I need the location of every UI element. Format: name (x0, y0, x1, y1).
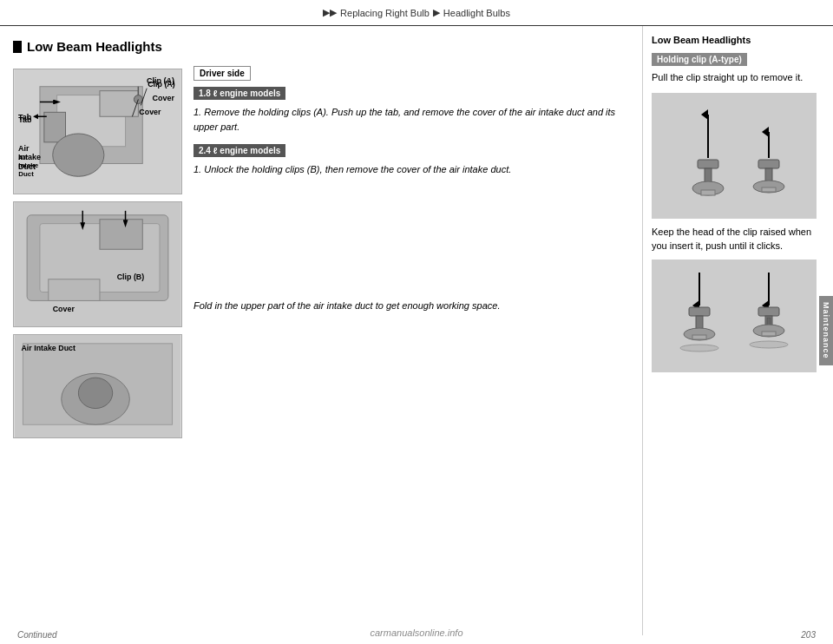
clip-pull-description: Pull the clip straight up to remove it. (652, 71, 824, 84)
svg-rect-42 (758, 160, 779, 168)
tab-label: Tab (18, 113, 31, 122)
page-header: ▶▶ Replacing Right Bulb ▶ Headlight Bulb… (0, 0, 833, 26)
svg-rect-4 (100, 91, 138, 117)
svg-rect-48 (689, 307, 710, 316)
header-section2: Headlight Bulbs (443, 8, 510, 18)
svg-rect-3 (44, 112, 66, 142)
svg-rect-23 (100, 220, 142, 250)
maintenance-sidebar-tab: Maintenance (819, 296, 833, 365)
diagram-panel-2: Clip (B) Cover (13, 201, 182, 327)
svg-rect-40 (701, 190, 715, 195)
content-row: Clip (A) Cover Tab AirIntakeDuct Cli (13, 64, 633, 445)
clip-insert-text: Keep the head of the clip raised when yo… (652, 226, 824, 253)
clip-pull-diagram (652, 93, 817, 219)
svg-rect-45 (762, 187, 776, 192)
svg-rect-26 (49, 279, 100, 301)
driver-side-badge: Driver side (193, 66, 251, 81)
clip-type-badge: Holding clip (A-type) (652, 53, 747, 66)
instruction-text-24: 1. Unlock the holding clips (B), then re… (193, 162, 626, 177)
header-arrows: ▶▶ (323, 7, 337, 18)
clip-a-label: Clip (A) (147, 76, 174, 85)
svg-rect-58 (762, 332, 776, 336)
instruction-block: Driver side 1.8 ℓ engine models 1. Remov… (187, 64, 633, 319)
cover-label-1: Cover (152, 94, 174, 102)
header-breadcrumb: ▶▶ Replacing Right Bulb ▶ Headlight Bulb… (323, 7, 510, 18)
page-footer: Continued carmanualsonline.info 203 (0, 630, 833, 640)
clip-insert-diagram (652, 260, 817, 372)
svg-rect-51 (692, 335, 706, 339)
right-panel: Low Beam Headlights Holding clip (A-type… (642, 26, 833, 635)
engine-badge-18: 1.8 ℓ engine models (193, 87, 285, 100)
right-panel-title: Low Beam Headlights (652, 35, 824, 45)
svg-point-33 (78, 378, 112, 408)
svg-rect-54 (758, 307, 779, 316)
svg-point-52 (680, 345, 718, 352)
left-area: Low Beam Headlights (0, 26, 642, 635)
svg-rect-37 (698, 160, 718, 168)
footer-continued: Continued (17, 630, 57, 640)
section-title: Low Beam Headlights (13, 39, 633, 54)
sidebar-tab-label: Maintenance (822, 302, 830, 359)
title-box-icon (13, 41, 22, 53)
main-content: Low Beam Headlights (0, 26, 833, 635)
instruction-text-18: 1. Remove the holding clips (A). Push up… (193, 105, 626, 134)
svg-point-59 (750, 341, 788, 348)
engine-badge-24: 2.4 ℓ engine models (193, 144, 285, 157)
diagram-panel-3: Air Intake Duct (13, 334, 182, 438)
air-intake-duct-label-1: AirIntakeDuct (18, 144, 41, 172)
diagram-panel-1: Clip (A) Cover Tab AirIntakeDuct Cli (13, 69, 182, 194)
header-arrow: ▶ (433, 7, 440, 18)
watermark: carmanualsonline.info (370, 628, 462, 638)
fold-note: Fold in the upper part of the air intake… (193, 299, 626, 313)
diagrams-column: Clip (A) Cover Tab AirIntakeDuct Cli (13, 64, 187, 445)
svg-point-7 (53, 134, 104, 176)
header-section1: Replacing Right Bulb (340, 8, 430, 18)
page-number: 203 (801, 630, 816, 640)
svg-point-5 (134, 95, 142, 104)
section-title-text: Low Beam Headlights (27, 39, 162, 54)
